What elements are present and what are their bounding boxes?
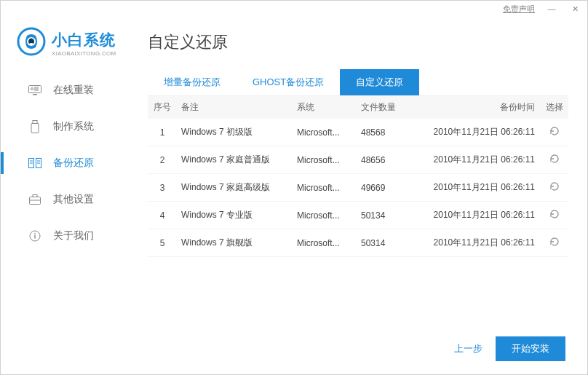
svg-rect-5 bbox=[33, 121, 37, 124]
restore-icon[interactable] bbox=[541, 208, 568, 222]
table-body: 1Windows 7 初级版Microsoft...485682010年11月2… bbox=[148, 119, 568, 325]
table-row[interactable]: 1Windows 7 初级版Microsoft...485682010年11月2… bbox=[148, 119, 568, 146]
sidebar: 小白系统 XIAOBAIXITONG.COM 在线重装 制作系统 备份还原 bbox=[1, 17, 135, 374]
cell-index: 2 bbox=[148, 155, 177, 165]
prev-button[interactable]: 上一步 bbox=[454, 342, 482, 355]
brand-title: 小白系统 bbox=[52, 30, 116, 50]
sidebar-item-reinstall[interactable]: 在线重装 bbox=[1, 72, 135, 108]
sidebar-item-label: 在线重装 bbox=[53, 84, 94, 97]
sidebar-item-label: 关于我们 bbox=[53, 229, 94, 242]
col-index: 序号 bbox=[148, 101, 177, 114]
cell-time: 2010年11月21日 06:26:11 bbox=[413, 154, 541, 166]
info-icon bbox=[28, 230, 41, 242]
cell-system: Microsoft... bbox=[297, 127, 361, 138]
cell-system: Microsoft... bbox=[297, 155, 361, 165]
svg-rect-6 bbox=[31, 124, 39, 133]
col-system: 系统 bbox=[297, 101, 361, 114]
cell-count: 50314 bbox=[361, 238, 413, 248]
start-install-button[interactable]: 开始安装 bbox=[496, 336, 565, 361]
page-title: 自定义还原 bbox=[148, 31, 568, 53]
svg-point-4 bbox=[31, 88, 33, 90]
table-row[interactable]: 4Windows 7 专业版Microsoft...501342010年11月2… bbox=[148, 202, 568, 229]
brand: 小白系统 XIAOBAIXITONG.COM bbox=[1, 23, 135, 72]
cell-count: 48568 bbox=[361, 127, 413, 138]
col-select: 选择 bbox=[541, 101, 568, 114]
cell-time: 2010年11月21日 06:26:11 bbox=[413, 126, 541, 138]
app-window: { "titlebar": { "disclaimer": "免责声明" }, … bbox=[0, 0, 588, 375]
col-note: 备注 bbox=[177, 101, 297, 114]
cell-system: Microsoft... bbox=[297, 238, 361, 248]
sidebar-item-label: 制作系统 bbox=[53, 120, 94, 133]
cell-index: 3 bbox=[148, 183, 177, 193]
cell-system: Microsoft... bbox=[297, 183, 361, 193]
svg-rect-3 bbox=[33, 94, 37, 95]
usb-icon bbox=[28, 121, 41, 133]
tab-ghost[interactable]: GHOST备份还原 bbox=[237, 69, 340, 95]
sidebar-item-settings[interactable]: 其他设置 bbox=[1, 181, 135, 218]
cell-system: Microsoft... bbox=[297, 210, 361, 221]
restore-icon[interactable] bbox=[541, 181, 568, 194]
cell-index: 1 bbox=[148, 127, 177, 138]
footer: 上一步 开始安装 bbox=[148, 325, 568, 374]
svg-point-12 bbox=[34, 233, 36, 234]
cell-time: 2010年11月21日 06:26:11 bbox=[413, 209, 541, 221]
cell-note: Windows 7 家庭高级版 bbox=[177, 181, 297, 194]
restore-icon[interactable] bbox=[541, 153, 568, 167]
tab-incremental[interactable]: 增量备份还原 bbox=[148, 69, 237, 95]
briefcase-icon bbox=[28, 194, 41, 205]
cell-count: 49669 bbox=[361, 183, 413, 193]
restore-icon[interactable] bbox=[541, 236, 568, 250]
brand-subtitle: XIAOBAIXITONG.COM bbox=[52, 50, 116, 57]
sidebar-item-makesystem[interactable]: 制作系统 bbox=[1, 108, 135, 145]
svg-rect-13 bbox=[34, 235, 35, 239]
cell-time: 2010年11月21日 06:26:11 bbox=[413, 181, 541, 194]
table-row[interactable]: 2Windows 7 家庭普通版Microsoft...486562010年11… bbox=[148, 146, 568, 174]
nav: 在线重装 制作系统 备份还原 其他设置 关于我们 bbox=[1, 72, 135, 254]
cell-count: 50134 bbox=[361, 210, 413, 221]
cell-note: Windows 7 专业版 bbox=[177, 209, 297, 221]
monitor-icon bbox=[28, 84, 41, 96]
close-icon[interactable]: ✕ bbox=[568, 4, 581, 14]
sidebar-item-about[interactable]: 关于我们 bbox=[1, 218, 135, 254]
minimize-icon[interactable]: — bbox=[545, 4, 558, 13]
col-count: 文件数量 bbox=[361, 101, 413, 114]
backup-icon bbox=[28, 157, 41, 169]
cell-index: 5 bbox=[148, 238, 177, 248]
cell-note: Windows 7 初级版 bbox=[177, 126, 297, 138]
cell-time: 2010年11月21日 06:26:11 bbox=[413, 237, 541, 249]
tabs: 增量备份还原 GHOST备份还原 自定义还原 bbox=[148, 69, 568, 96]
tab-custom[interactable]: 自定义还原 bbox=[340, 69, 419, 95]
sidebar-item-label: 其他设置 bbox=[53, 193, 94, 206]
table-header: 序号 备注 系统 文件数量 备份时间 选择 bbox=[148, 96, 568, 119]
main: 自定义还原 增量备份还原 GHOST备份还原 自定义还原 序号 备注 系统 文件… bbox=[135, 17, 587, 374]
disclaimer-link[interactable]: 免责声明 bbox=[503, 4, 535, 15]
cell-count: 48656 bbox=[361, 155, 413, 165]
table-row[interactable]: 5Windows 7 旗舰版Microsoft...503142010年11月2… bbox=[148, 229, 568, 257]
table-row[interactable]: 3Windows 7 家庭高级版Microsoft...496692010年11… bbox=[148, 174, 568, 202]
cell-note: Windows 7 家庭普通版 bbox=[177, 154, 297, 166]
titlebar: 免责声明 — ✕ bbox=[1, 1, 587, 17]
sidebar-item-label: 备份还原 bbox=[53, 157, 94, 170]
restore-icon[interactable] bbox=[541, 125, 568, 139]
body: 小白系统 XIAOBAIXITONG.COM 在线重装 制作系统 备份还原 bbox=[1, 17, 587, 374]
cell-index: 4 bbox=[148, 210, 177, 221]
svg-rect-10 bbox=[33, 195, 37, 197]
cell-note: Windows 7 旗舰版 bbox=[177, 237, 297, 249]
logo-icon bbox=[17, 27, 46, 59]
sidebar-item-backup[interactable]: 备份还原 bbox=[1, 145, 135, 181]
col-time: 备份时间 bbox=[413, 101, 541, 114]
